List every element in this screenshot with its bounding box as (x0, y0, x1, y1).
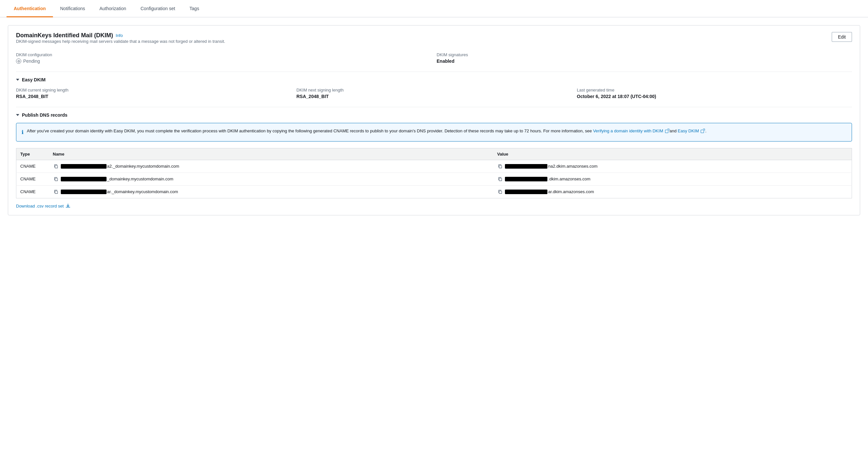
dkim-signatures-field: DKIM signatures Enabled (437, 52, 852, 64)
dkim-configuration-field: DKIM configuration ⊙ Pending (16, 52, 431, 64)
last-generated-label: Last generated time (577, 88, 852, 92)
svg-rect-1 (499, 166, 502, 168)
download-csv-link[interactable]: Download .csv record set (16, 204, 70, 209)
cell-type: CNAME (16, 185, 49, 198)
tabs-container: Authentication Notifications Authorizati… (0, 0, 868, 17)
easy-dkim-fields: DKIM current signing length RSA_2048_BIT… (16, 88, 852, 99)
name-redacted (61, 177, 106, 181)
cell-name: _domainkey.mycustomdomain.com (49, 173, 494, 185)
info-box: ℹ After you've created your domain ident… (16, 123, 852, 142)
name-redacted (61, 189, 106, 194)
copy-value-icon[interactable] (497, 163, 503, 169)
next-signing-field: DKIM next signing length RSA_2048_BIT (297, 88, 571, 99)
verifying-dkim-link[interactable]: Verifying a domain identity with DKIM (593, 128, 663, 133)
external-icon-2 (701, 130, 704, 133)
value-redacted (505, 164, 548, 169)
copy-value-icon[interactable] (497, 189, 503, 195)
dkim-signatures-value: Enabled (437, 59, 852, 64)
tab-authorization[interactable]: Authorization (92, 0, 133, 17)
edit-button[interactable]: Edit (832, 32, 852, 42)
card-title-group: DomainKeys Identified Mail (DKIM) Info D… (16, 32, 225, 50)
svg-rect-5 (499, 191, 502, 193)
easy-dkim-link[interactable]: Easy DKIM (678, 128, 699, 133)
table-header-row: Type Name Value (16, 148, 852, 160)
copy-name-icon[interactable] (53, 189, 59, 195)
copy-name-icon[interactable] (53, 163, 59, 169)
easy-dkim-heading[interactable]: Easy DKIM (16, 77, 852, 82)
cell-name: ar._domainkey.mycustomdomain.com (49, 185, 494, 198)
card-title: DomainKeys Identified Mail (DKIM) Info (16, 32, 225, 39)
dkim-signatures-label: DKIM signatures (437, 52, 852, 57)
info-circle-icon: ℹ (22, 128, 24, 137)
tab-notifications[interactable]: Notifications (53, 0, 92, 17)
dkim-top-fields: DKIM configuration ⊙ Pending DKIM signat… (16, 52, 852, 64)
pending-icon: ⊙ (16, 59, 21, 64)
pending-text: Pending (23, 59, 40, 64)
info-box-text-content: After you've created your domain identit… (27, 128, 592, 133)
value-suffix: .dkim.amazonses.com (548, 177, 590, 181)
dns-table: Type Name Value CNAME a2._domainkey.mycu… (16, 148, 852, 199)
name-suffix: _domainkey.mycustomdomain.com (107, 177, 174, 181)
cell-value: na2.dkim.amazonses.com (493, 160, 852, 173)
tab-tags[interactable]: Tags (182, 0, 207, 17)
cell-name: a2._domainkey.mycustomdomain.com (49, 160, 494, 173)
svg-rect-4 (55, 191, 58, 193)
col-name-header: Name (49, 148, 494, 160)
divider-2 (16, 107, 852, 107)
dkim-configuration-label: DKIM configuration (16, 52, 431, 57)
cell-value: .dkim.amazonses.com (493, 173, 852, 185)
external-icon-1 (665, 130, 668, 133)
copy-name-icon[interactable] (53, 176, 59, 182)
name-suffix: a2._domainkey.mycustomdomain.com (107, 164, 179, 169)
download-csv-label: Download .csv record set (16, 204, 64, 209)
table-row: CNAME ar._domainkey.mycustomdomain.com a… (16, 185, 852, 198)
next-signing-value: RSA_2048_BIT (297, 94, 571, 99)
last-generated-field: Last generated time October 6, 2022 at 1… (577, 88, 852, 99)
arrow-down-icon (16, 79, 19, 81)
card-subtitle: DKIM-signed messages help receiving mail… (16, 39, 225, 44)
name-suffix: ar._domainkey.mycustomdomain.com (107, 189, 178, 194)
easy-dkim-label: Easy DKIM (22, 77, 45, 82)
card-header: DomainKeys Identified Mail (DKIM) Info D… (16, 32, 852, 50)
cell-type: CNAME (16, 173, 49, 185)
value-suffix: ar.dkim.amazonses.com (548, 189, 594, 194)
cell-type: CNAME (16, 160, 49, 173)
name-redacted (61, 164, 106, 169)
svg-rect-0 (55, 166, 58, 168)
table-row: CNAME a2._domainkey.mycustomdomain.com n… (16, 160, 852, 173)
current-signing-value: RSA_2048_BIT (16, 94, 291, 99)
dkim-configuration-value: ⊙ Pending (16, 59, 431, 64)
main-content: DomainKeys Identified Mail (DKIM) Info D… (0, 17, 868, 229)
last-generated-value: October 6, 2022 at 18:07 (UTC-04:00) (577, 94, 852, 99)
dkim-card: DomainKeys Identified Mail (DKIM) Info D… (8, 25, 860, 215)
current-signing-label: DKIM current signing length (16, 88, 291, 92)
next-signing-label: DKIM next signing length (297, 88, 571, 92)
svg-rect-3 (499, 178, 502, 181)
col-value-header: Value (493, 148, 852, 160)
value-suffix: na2.dkim.amazonses.com (548, 164, 597, 169)
download-icon (66, 204, 70, 208)
info-link[interactable]: Info (116, 33, 123, 38)
value-redacted (505, 177, 548, 181)
info-box-and-text: and (670, 128, 677, 133)
svg-rect-2 (55, 178, 58, 181)
cell-value: ar.dkim.amazonses.com (493, 185, 852, 198)
tab-configuration-set[interactable]: Configuration set (133, 0, 182, 17)
publish-dns-heading[interactable]: Publish DNS records (16, 113, 852, 118)
col-type-header: Type (16, 148, 49, 160)
value-redacted (505, 189, 548, 194)
publish-dns-label: Publish DNS records (22, 113, 67, 118)
info-box-text: After you've created your domain identit… (27, 128, 707, 137)
copy-value-icon[interactable] (497, 176, 503, 182)
current-signing-field: DKIM current signing length RSA_2048_BIT (16, 88, 291, 99)
dkim-title-text: DomainKeys Identified Mail (DKIM) (16, 32, 113, 39)
publish-arrow-icon (16, 114, 19, 116)
divider-1 (16, 71, 852, 72)
tab-authentication[interactable]: Authentication (6, 0, 53, 17)
info-box-period: . (705, 128, 707, 133)
table-row: CNAME _domainkey.mycustomdomain.com .dki… (16, 173, 852, 185)
